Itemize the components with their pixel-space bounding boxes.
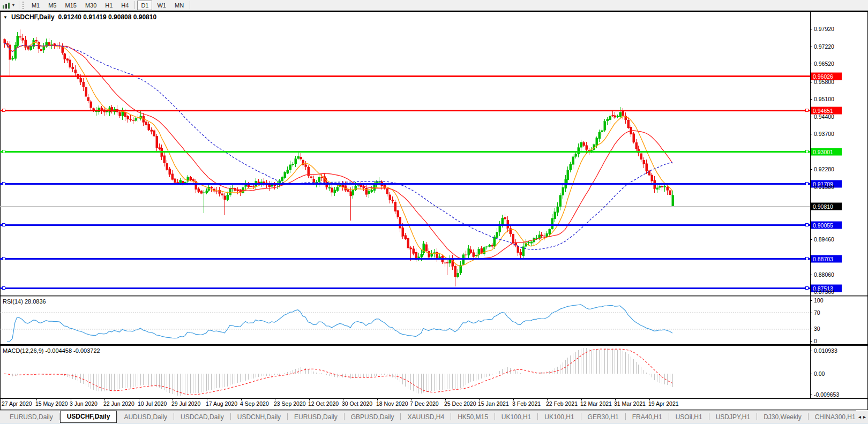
- date-axis-label: 29 Jul 2020: [171, 400, 200, 407]
- price-axis-tick: 0.95100: [814, 96, 834, 102]
- price-axis-tick: 0.88060: [814, 271, 834, 278]
- macd-axis-tick: 0.00: [814, 370, 825, 377]
- tab-scroll-right-icon[interactable]: ▸: [863, 414, 866, 420]
- price-axis-tick: 0.89460: [814, 236, 834, 243]
- date-axis-label: 23 Sep 2020: [274, 400, 306, 407]
- date-axis-label: 25 Dec 2020: [444, 400, 476, 407]
- tab-XAUUSD-H4[interactable]: XAUUSD,H4: [401, 412, 451, 422]
- date-axis-label: 18 Nov 2020: [376, 400, 408, 407]
- toolbar-separator: [19, 1, 19, 9]
- hline-left-handle[interactable]: [2, 287, 5, 290]
- hline-price-tag-text: 0.90055: [813, 222, 833, 229]
- chart-collapse-caret[interactable]: ▼: [3, 15, 8, 20]
- hline-left-handle[interactable]: [2, 183, 5, 185]
- date-axis-label: 4 Sep 2020: [240, 400, 269, 407]
- chart-canvas[interactable]: 0.960260.946510.930010.917090.900550.887…: [0, 11, 868, 410]
- chart-ohlc-values: 0.91240 0.91419 0.90808 0.90810: [58, 13, 157, 21]
- date-axis-label: 22 Jun 2020: [103, 400, 134, 407]
- date-axis-label: 27 Apr 2020: [2, 400, 32, 407]
- chart-type-dropdown-caret[interactable]: ▼: [11, 3, 16, 7]
- date-axis-label: 15 Jan 2021: [478, 400, 509, 407]
- hline-right-handle[interactable]: [805, 183, 808, 185]
- price-axis-tick: 0.91580: [814, 184, 834, 190]
- date-axis-label: 30 Oct 2020: [342, 400, 372, 407]
- date-axis-label: 10 Jul 2020: [138, 400, 167, 407]
- tab-EURUSD-Daily[interactable]: EURUSD,Daily: [288, 412, 344, 422]
- timeframe-button-D1[interactable]: D1: [137, 1, 152, 10]
- timeframe-button-H4[interactable]: H4: [117, 1, 132, 10]
- date-axis-label: 7 Dec 2020: [410, 400, 439, 407]
- tab-USDCNH-Daily[interactable]: USDCNH,Daily: [231, 412, 287, 422]
- rsi-line: [7, 305, 672, 342]
- price-axis-tick: 0.97220: [814, 43, 834, 50]
- price-axis-tick: 0.92280: [814, 166, 834, 172]
- price-axis-tick: 0.97920: [814, 26, 834, 32]
- hline-left-handle[interactable]: [2, 109, 5, 112]
- timeframe-button-M30[interactable]: M30: [81, 1, 100, 10]
- tab-USDCHF-Daily[interactable]: USDCHF,Daily: [60, 411, 117, 423]
- current-price-tag-text: 0.90810: [813, 203, 833, 210]
- macd-axis-tick: -0.009653: [814, 391, 839, 398]
- hline-left-handle[interactable]: [2, 258, 5, 260]
- tab-GBPUSD-Daily[interactable]: GBPUSD,Daily: [345, 412, 401, 422]
- toolbar-grip-handle[interactable]: [23, 2, 25, 9]
- timeframe-button-W1[interactable]: W1: [153, 1, 170, 10]
- price-axis-tick: 0.93700: [814, 131, 834, 137]
- date-axis-label: 19 Apr 2021: [648, 400, 679, 407]
- hline-left-handle[interactable]: [2, 150, 5, 153]
- hline-right-handle[interactable]: [805, 109, 808, 112]
- price-axis-tick: 0.87360: [814, 289, 834, 295]
- tab-FRA40-H1[interactable]: FRA40,H1: [626, 412, 669, 422]
- date-axis-label: 15 May 2020: [35, 400, 68, 407]
- timeframe-toolbar: ▼ M1M5M15M30H1H4D1W1MN: [0, 0, 868, 11]
- hline-price-tag-text: 0.94651: [813, 108, 833, 114]
- date-axis-label: 3 Jun 2020: [70, 400, 98, 407]
- tab-UK100-H1[interactable]: UK100,H1: [495, 412, 537, 422]
- tab-EURUSD-Daily[interactable]: EURUSD,Daily: [3, 412, 59, 422]
- hline-right-handle[interactable]: [805, 224, 808, 226]
- rsi-axis-tick: 30: [814, 325, 820, 332]
- toolbar-separator: [190, 1, 190, 9]
- macd-axis-tick: 0.010933: [814, 347, 837, 354]
- hline-left-handle[interactable]: [2, 224, 5, 226]
- timeframe-buttons: M1M5M15M30H1H4D1W1MN: [27, 1, 192, 10]
- tab-USDJPY-H1[interactable]: USDJPY,H1: [709, 412, 757, 422]
- price-axis-tick: 0.94400: [814, 113, 834, 120]
- hline-price-tag-text: 0.88703: [813, 256, 833, 262]
- rsi-axis-tick: 70: [814, 309, 820, 316]
- macd-indicator-label: MACD(12,26,9) -0.004458 -0.003722: [3, 347, 100, 354]
- timeframe-button-M5[interactable]: M5: [44, 1, 60, 10]
- chart-title-row: ▼ USDCHF,Daily 0.91240 0.91419 0.90808 0…: [3, 13, 156, 21]
- hline-right-handle[interactable]: [805, 258, 808, 260]
- date-axis-label: 12 Mar 2021: [580, 400, 612, 407]
- date-axis-label: 17 Aug 2020: [206, 400, 237, 407]
- chart-tab-bar: EURUSD,DailyUSDCHF,DailyAUDUSD,DailyUSDC…: [0, 410, 868, 423]
- tab-scroll-arrows: ◂ ▸: [856, 410, 868, 423]
- tab-AUDUSD-Daily[interactable]: AUDUSD,Daily: [117, 412, 174, 422]
- timeframe-button-H1[interactable]: H1: [101, 1, 116, 10]
- date-axis-label: 12 Oct 2020: [308, 400, 339, 407]
- tab-USDCAD-Daily[interactable]: USDCAD,Daily: [174, 412, 230, 422]
- timeframe-button-M1[interactable]: M1: [28, 1, 43, 10]
- tab-GER30-H1[interactable]: GER30,H1: [581, 412, 625, 422]
- tab-scroll-left-icon[interactable]: ◂: [858, 414, 861, 420]
- date-axis-label: 3 Feb 2021: [512, 400, 541, 407]
- rsi-indicator-label: RSI(14) 28.0836: [3, 298, 46, 305]
- macd-signal-line: [4, 349, 672, 395]
- hline-right-handle[interactable]: [805, 150, 808, 153]
- chart-symbol-title: USDCHF,Daily: [11, 13, 55, 21]
- tab-CHINA300-H1[interactable]: CHINA300,H1: [809, 412, 862, 422]
- timeframe-button-M15[interactable]: M15: [61, 1, 80, 10]
- tab-USOil-H1[interactable]: USOil,H1: [669, 412, 709, 422]
- rsi-axis-tick: 0: [814, 338, 817, 344]
- price-axis-tick: 0.96520: [814, 60, 834, 67]
- tab-UK100-H1[interactable]: UK100,H1: [538, 412, 580, 422]
- tab-HK50-M15[interactable]: HK50,M15: [451, 412, 495, 422]
- tab-DJ30-Weekly[interactable]: DJ30,Weekly: [757, 412, 807, 422]
- hline-right-handle[interactable]: [805, 287, 808, 290]
- candlesticks: [4, 29, 674, 286]
- chart-type-icon[interactable]: [2, 2, 11, 9]
- hline-price-tag-text: 0.93001: [813, 149, 833, 155]
- rsi-axis-tick: 100: [814, 297, 824, 304]
- timeframe-button-MN[interactable]: MN: [171, 1, 188, 10]
